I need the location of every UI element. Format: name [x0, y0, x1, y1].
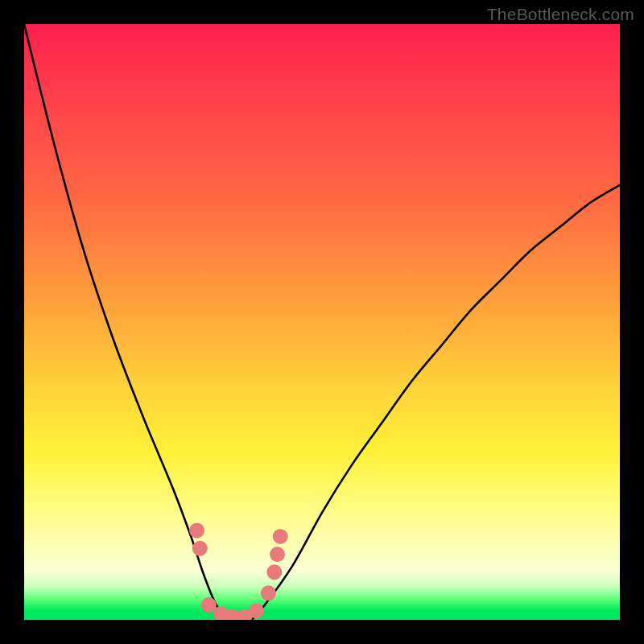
- data-marker: [266, 564, 282, 580]
- data-marker: [261, 585, 276, 601]
- plot-area: [24, 24, 620, 620]
- data-markers: [189, 523, 288, 621]
- data-marker: [189, 523, 204, 539]
- data-marker: [192, 541, 208, 556]
- data-marker: [273, 529, 288, 544]
- data-marker: [249, 603, 264, 618]
- bottleneck-curve-line: [24, 24, 620, 620]
- chart-frame: TheBottleneck.com: [0, 0, 644, 644]
- data-marker: [270, 547, 285, 562]
- bottleneck-curve-svg: [24, 24, 620, 620]
- watermark-text: TheBottleneck.com: [487, 5, 634, 24]
